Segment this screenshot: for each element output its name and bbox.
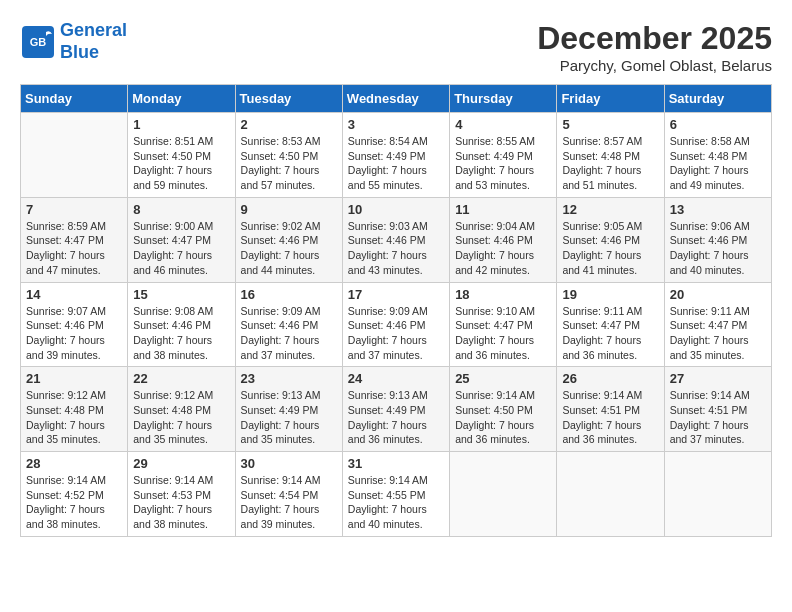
day-cell: 27Sunrise: 9:14 AM Sunset: 4:51 PM Dayli… (664, 367, 771, 452)
header-cell-sunday: Sunday (21, 85, 128, 113)
day-cell: 6Sunrise: 8:58 AM Sunset: 4:48 PM Daylig… (664, 113, 771, 198)
day-cell: 21Sunrise: 9:12 AM Sunset: 4:48 PM Dayli… (21, 367, 128, 452)
day-info: Sunrise: 9:10 AM Sunset: 4:47 PM Dayligh… (455, 304, 551, 363)
day-cell: 25Sunrise: 9:14 AM Sunset: 4:50 PM Dayli… (450, 367, 557, 452)
day-cell: 30Sunrise: 9:14 AM Sunset: 4:54 PM Dayli… (235, 452, 342, 537)
day-number: 22 (133, 371, 229, 386)
day-cell: 8Sunrise: 9:00 AM Sunset: 4:47 PM Daylig… (128, 197, 235, 282)
day-cell (557, 452, 664, 537)
header-row: SundayMondayTuesdayWednesdayThursdayFrid… (21, 85, 772, 113)
day-cell: 22Sunrise: 9:12 AM Sunset: 4:48 PM Dayli… (128, 367, 235, 452)
day-info: Sunrise: 9:02 AM Sunset: 4:46 PM Dayligh… (241, 219, 337, 278)
day-number: 25 (455, 371, 551, 386)
day-number: 16 (241, 287, 337, 302)
day-number: 9 (241, 202, 337, 217)
day-number: 15 (133, 287, 229, 302)
calendar-table: SundayMondayTuesdayWednesdayThursdayFrid… (20, 84, 772, 537)
day-number: 30 (241, 456, 337, 471)
day-cell: 24Sunrise: 9:13 AM Sunset: 4:49 PM Dayli… (342, 367, 449, 452)
day-cell: 10Sunrise: 9:03 AM Sunset: 4:46 PM Dayli… (342, 197, 449, 282)
day-cell: 19Sunrise: 9:11 AM Sunset: 4:47 PM Dayli… (557, 282, 664, 367)
day-number: 27 (670, 371, 766, 386)
day-number: 6 (670, 117, 766, 132)
day-number: 8 (133, 202, 229, 217)
day-number: 14 (26, 287, 122, 302)
day-number: 5 (562, 117, 658, 132)
logo-text: General Blue (60, 20, 127, 63)
day-number: 31 (348, 456, 444, 471)
day-info: Sunrise: 9:11 AM Sunset: 4:47 PM Dayligh… (670, 304, 766, 363)
day-info: Sunrise: 9:14 AM Sunset: 4:51 PM Dayligh… (562, 388, 658, 447)
day-cell: 5Sunrise: 8:57 AM Sunset: 4:48 PM Daylig… (557, 113, 664, 198)
day-number: 13 (670, 202, 766, 217)
day-info: Sunrise: 9:14 AM Sunset: 4:54 PM Dayligh… (241, 473, 337, 532)
logo-line2: Blue (60, 42, 99, 62)
calendar-body: 1Sunrise: 8:51 AM Sunset: 4:50 PM Daylig… (21, 113, 772, 537)
day-cell: 31Sunrise: 9:14 AM Sunset: 4:55 PM Dayli… (342, 452, 449, 537)
location-subtitle: Parychy, Gomel Oblast, Belarus (537, 57, 772, 74)
day-info: Sunrise: 9:08 AM Sunset: 4:46 PM Dayligh… (133, 304, 229, 363)
day-cell: 1Sunrise: 8:51 AM Sunset: 4:50 PM Daylig… (128, 113, 235, 198)
day-number: 19 (562, 287, 658, 302)
header-cell-saturday: Saturday (664, 85, 771, 113)
day-number: 12 (562, 202, 658, 217)
week-row-1: 1Sunrise: 8:51 AM Sunset: 4:50 PM Daylig… (21, 113, 772, 198)
day-cell: 13Sunrise: 9:06 AM Sunset: 4:46 PM Dayli… (664, 197, 771, 282)
day-info: Sunrise: 9:14 AM Sunset: 4:53 PM Dayligh… (133, 473, 229, 532)
header-cell-monday: Monday (128, 85, 235, 113)
day-info: Sunrise: 9:00 AM Sunset: 4:47 PM Dayligh… (133, 219, 229, 278)
day-info: Sunrise: 9:06 AM Sunset: 4:46 PM Dayligh… (670, 219, 766, 278)
day-info: Sunrise: 9:04 AM Sunset: 4:46 PM Dayligh… (455, 219, 551, 278)
day-info: Sunrise: 9:03 AM Sunset: 4:46 PM Dayligh… (348, 219, 444, 278)
day-cell: 16Sunrise: 9:09 AM Sunset: 4:46 PM Dayli… (235, 282, 342, 367)
day-info: Sunrise: 9:12 AM Sunset: 4:48 PM Dayligh… (133, 388, 229, 447)
day-info: Sunrise: 9:14 AM Sunset: 4:50 PM Dayligh… (455, 388, 551, 447)
day-number: 17 (348, 287, 444, 302)
header-cell-thursday: Thursday (450, 85, 557, 113)
day-info: Sunrise: 9:11 AM Sunset: 4:47 PM Dayligh… (562, 304, 658, 363)
day-cell: 14Sunrise: 9:07 AM Sunset: 4:46 PM Dayli… (21, 282, 128, 367)
day-cell (664, 452, 771, 537)
day-cell: 23Sunrise: 9:13 AM Sunset: 4:49 PM Dayli… (235, 367, 342, 452)
week-row-5: 28Sunrise: 9:14 AM Sunset: 4:52 PM Dayli… (21, 452, 772, 537)
day-info: Sunrise: 8:58 AM Sunset: 4:48 PM Dayligh… (670, 134, 766, 193)
day-info: Sunrise: 8:57 AM Sunset: 4:48 PM Dayligh… (562, 134, 658, 193)
day-info: Sunrise: 9:13 AM Sunset: 4:49 PM Dayligh… (241, 388, 337, 447)
day-cell: 7Sunrise: 8:59 AM Sunset: 4:47 PM Daylig… (21, 197, 128, 282)
day-info: Sunrise: 9:05 AM Sunset: 4:46 PM Dayligh… (562, 219, 658, 278)
calendar-header: SundayMondayTuesdayWednesdayThursdayFrid… (21, 85, 772, 113)
day-number: 7 (26, 202, 122, 217)
day-info: Sunrise: 8:53 AM Sunset: 4:50 PM Dayligh… (241, 134, 337, 193)
logo-icon: GB (20, 24, 56, 60)
day-cell (21, 113, 128, 198)
day-number: 28 (26, 456, 122, 471)
day-info: Sunrise: 9:14 AM Sunset: 4:55 PM Dayligh… (348, 473, 444, 532)
day-info: Sunrise: 9:12 AM Sunset: 4:48 PM Dayligh… (26, 388, 122, 447)
day-cell: 11Sunrise: 9:04 AM Sunset: 4:46 PM Dayli… (450, 197, 557, 282)
day-number: 29 (133, 456, 229, 471)
day-info: Sunrise: 9:09 AM Sunset: 4:46 PM Dayligh… (241, 304, 337, 363)
day-info: Sunrise: 9:07 AM Sunset: 4:46 PM Dayligh… (26, 304, 122, 363)
day-info: Sunrise: 8:51 AM Sunset: 4:50 PM Dayligh… (133, 134, 229, 193)
day-cell: 20Sunrise: 9:11 AM Sunset: 4:47 PM Dayli… (664, 282, 771, 367)
day-number: 21 (26, 371, 122, 386)
day-cell: 26Sunrise: 9:14 AM Sunset: 4:51 PM Dayli… (557, 367, 664, 452)
title-block: December 2025 Parychy, Gomel Oblast, Bel… (537, 20, 772, 74)
day-info: Sunrise: 9:14 AM Sunset: 4:51 PM Dayligh… (670, 388, 766, 447)
day-cell (450, 452, 557, 537)
logo-line1: General (60, 20, 127, 40)
day-number: 2 (241, 117, 337, 132)
day-info: Sunrise: 8:55 AM Sunset: 4:49 PM Dayligh… (455, 134, 551, 193)
day-number: 11 (455, 202, 551, 217)
day-info: Sunrise: 8:54 AM Sunset: 4:49 PM Dayligh… (348, 134, 444, 193)
header-cell-wednesday: Wednesday (342, 85, 449, 113)
week-row-4: 21Sunrise: 9:12 AM Sunset: 4:48 PM Dayli… (21, 367, 772, 452)
day-number: 24 (348, 371, 444, 386)
day-number: 26 (562, 371, 658, 386)
day-number: 23 (241, 371, 337, 386)
day-info: Sunrise: 9:13 AM Sunset: 4:49 PM Dayligh… (348, 388, 444, 447)
logo: GB General Blue (20, 20, 127, 63)
week-row-2: 7Sunrise: 8:59 AM Sunset: 4:47 PM Daylig… (21, 197, 772, 282)
day-info: Sunrise: 9:14 AM Sunset: 4:52 PM Dayligh… (26, 473, 122, 532)
header-cell-friday: Friday (557, 85, 664, 113)
